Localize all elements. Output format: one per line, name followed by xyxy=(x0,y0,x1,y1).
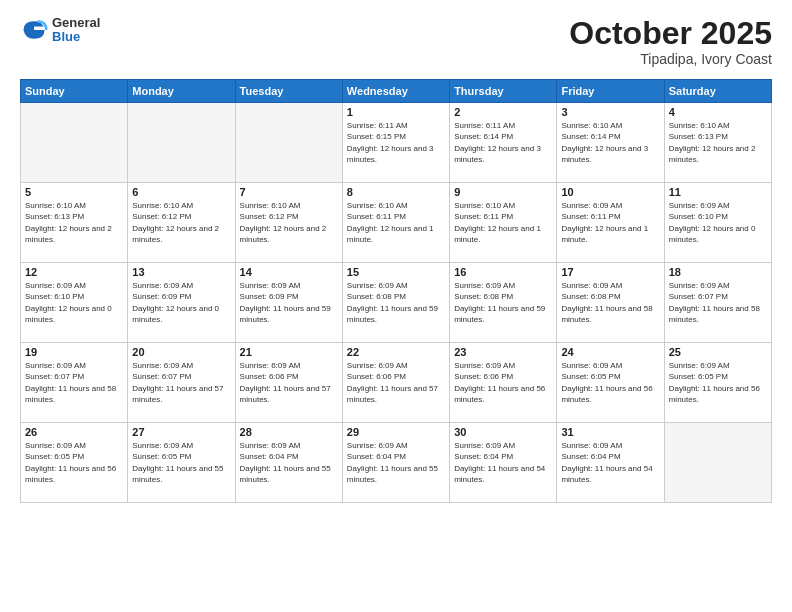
day-number: 26 xyxy=(25,426,123,438)
day-info: Sunrise: 6:09 AMSunset: 6:04 PMDaylight:… xyxy=(347,440,445,485)
calendar-cell-26: 26Sunrise: 6:09 AMSunset: 6:05 PMDayligh… xyxy=(21,423,128,503)
day-number: 28 xyxy=(240,426,338,438)
day-number: 17 xyxy=(561,266,659,278)
logo-text: General Blue xyxy=(52,16,100,45)
calendar-cell-22: 22Sunrise: 6:09 AMSunset: 6:06 PMDayligh… xyxy=(342,343,449,423)
day-number: 6 xyxy=(132,186,230,198)
calendar-cell-31: 31Sunrise: 6:09 AMSunset: 6:04 PMDayligh… xyxy=(557,423,664,503)
logo-general-text: General xyxy=(52,16,100,30)
day-number: 15 xyxy=(347,266,445,278)
calendar-cell-10: 10Sunrise: 6:09 AMSunset: 6:11 PMDayligh… xyxy=(557,183,664,263)
calendar-cell-29: 29Sunrise: 6:09 AMSunset: 6:04 PMDayligh… xyxy=(342,423,449,503)
weekday-header-tuesday: Tuesday xyxy=(235,80,342,103)
weekday-header-saturday: Saturday xyxy=(664,80,771,103)
day-info: Sunrise: 6:10 AMSunset: 6:13 PMDaylight:… xyxy=(25,200,123,245)
calendar-cell-16: 16Sunrise: 6:09 AMSunset: 6:08 PMDayligh… xyxy=(450,263,557,343)
day-number: 24 xyxy=(561,346,659,358)
calendar-cell-27: 27Sunrise: 6:09 AMSunset: 6:05 PMDayligh… xyxy=(128,423,235,503)
day-info: Sunrise: 6:09 AMSunset: 6:06 PMDaylight:… xyxy=(454,360,552,405)
day-info: Sunrise: 6:09 AMSunset: 6:10 PMDaylight:… xyxy=(669,200,767,245)
day-info: Sunrise: 6:09 AMSunset: 6:07 PMDaylight:… xyxy=(25,360,123,405)
month-title: October 2025 xyxy=(569,16,772,51)
day-info: Sunrise: 6:10 AMSunset: 6:12 PMDaylight:… xyxy=(240,200,338,245)
calendar-cell-13: 13Sunrise: 6:09 AMSunset: 6:09 PMDayligh… xyxy=(128,263,235,343)
calendar-cell-15: 15Sunrise: 6:09 AMSunset: 6:08 PMDayligh… xyxy=(342,263,449,343)
day-number: 29 xyxy=(347,426,445,438)
calendar-cell-11: 11Sunrise: 6:09 AMSunset: 6:10 PMDayligh… xyxy=(664,183,771,263)
calendar-cell-9: 9Sunrise: 6:10 AMSunset: 6:11 PMDaylight… xyxy=(450,183,557,263)
day-number: 27 xyxy=(132,426,230,438)
day-number: 20 xyxy=(132,346,230,358)
calendar-cell-7: 7Sunrise: 6:10 AMSunset: 6:12 PMDaylight… xyxy=(235,183,342,263)
day-info: Sunrise: 6:09 AMSunset: 6:05 PMDaylight:… xyxy=(25,440,123,485)
calendar-cell-5: 5Sunrise: 6:10 AMSunset: 6:13 PMDaylight… xyxy=(21,183,128,263)
day-info: Sunrise: 6:09 AMSunset: 6:09 PMDaylight:… xyxy=(132,280,230,325)
page: General Blue October 2025 Tipadipa, Ivor… xyxy=(0,0,792,612)
weekday-header-friday: Friday xyxy=(557,80,664,103)
weekday-header-thursday: Thursday xyxy=(450,80,557,103)
calendar-cell-17: 17Sunrise: 6:09 AMSunset: 6:08 PMDayligh… xyxy=(557,263,664,343)
day-info: Sunrise: 6:09 AMSunset: 6:09 PMDaylight:… xyxy=(240,280,338,325)
logo-blue-text: Blue xyxy=(52,30,100,44)
day-info: Sunrise: 6:10 AMSunset: 6:14 PMDaylight:… xyxy=(561,120,659,165)
day-info: Sunrise: 6:09 AMSunset: 6:06 PMDaylight:… xyxy=(240,360,338,405)
calendar-cell-30: 30Sunrise: 6:09 AMSunset: 6:04 PMDayligh… xyxy=(450,423,557,503)
day-info: Sunrise: 6:09 AMSunset: 6:06 PMDaylight:… xyxy=(347,360,445,405)
day-number: 9 xyxy=(454,186,552,198)
day-info: Sunrise: 6:09 AMSunset: 6:10 PMDaylight:… xyxy=(25,280,123,325)
calendar-cell-6: 6Sunrise: 6:10 AMSunset: 6:12 PMDaylight… xyxy=(128,183,235,263)
calendar-cell-14: 14Sunrise: 6:09 AMSunset: 6:09 PMDayligh… xyxy=(235,263,342,343)
day-number: 16 xyxy=(454,266,552,278)
calendar-cell-23: 23Sunrise: 6:09 AMSunset: 6:06 PMDayligh… xyxy=(450,343,557,423)
day-number: 3 xyxy=(561,106,659,118)
calendar-cell-21: 21Sunrise: 6:09 AMSunset: 6:06 PMDayligh… xyxy=(235,343,342,423)
day-info: Sunrise: 6:09 AMSunset: 6:05 PMDaylight:… xyxy=(561,360,659,405)
day-info: Sunrise: 6:11 AMSunset: 6:15 PMDaylight:… xyxy=(347,120,445,165)
day-number: 14 xyxy=(240,266,338,278)
day-info: Sunrise: 6:10 AMSunset: 6:13 PMDaylight:… xyxy=(669,120,767,165)
weekday-header-monday: Monday xyxy=(128,80,235,103)
day-info: Sunrise: 6:09 AMSunset: 6:08 PMDaylight:… xyxy=(347,280,445,325)
calendar-cell-24: 24Sunrise: 6:09 AMSunset: 6:05 PMDayligh… xyxy=(557,343,664,423)
title-block: October 2025 Tipadipa, Ivory Coast xyxy=(569,16,772,67)
day-number: 21 xyxy=(240,346,338,358)
calendar-cell-empty xyxy=(235,103,342,183)
day-info: Sunrise: 6:09 AMSunset: 6:08 PMDaylight:… xyxy=(561,280,659,325)
day-number: 23 xyxy=(454,346,552,358)
calendar-cell-3: 3Sunrise: 6:10 AMSunset: 6:14 PMDaylight… xyxy=(557,103,664,183)
calendar-week-3: 12Sunrise: 6:09 AMSunset: 6:10 PMDayligh… xyxy=(21,263,772,343)
day-number: 4 xyxy=(669,106,767,118)
day-number: 11 xyxy=(669,186,767,198)
calendar-cell-empty xyxy=(664,423,771,503)
logo-icon xyxy=(20,16,48,44)
day-number: 18 xyxy=(669,266,767,278)
day-number: 25 xyxy=(669,346,767,358)
calendar-header-row: SundayMondayTuesdayWednesdayThursdayFrid… xyxy=(21,80,772,103)
day-info: Sunrise: 6:10 AMSunset: 6:11 PMDaylight:… xyxy=(454,200,552,245)
calendar-cell-empty xyxy=(21,103,128,183)
day-number: 2 xyxy=(454,106,552,118)
calendar-week-5: 26Sunrise: 6:09 AMSunset: 6:05 PMDayligh… xyxy=(21,423,772,503)
location: Tipadipa, Ivory Coast xyxy=(569,51,772,67)
day-info: Sunrise: 6:09 AMSunset: 6:07 PMDaylight:… xyxy=(132,360,230,405)
day-number: 5 xyxy=(25,186,123,198)
calendar-cell-4: 4Sunrise: 6:10 AMSunset: 6:13 PMDaylight… xyxy=(664,103,771,183)
day-info: Sunrise: 6:09 AMSunset: 6:04 PMDaylight:… xyxy=(240,440,338,485)
day-info: Sunrise: 6:09 AMSunset: 6:07 PMDaylight:… xyxy=(669,280,767,325)
day-info: Sunrise: 6:10 AMSunset: 6:11 PMDaylight:… xyxy=(347,200,445,245)
day-number: 10 xyxy=(561,186,659,198)
day-number: 19 xyxy=(25,346,123,358)
calendar-table: SundayMondayTuesdayWednesdayThursdayFrid… xyxy=(20,79,772,503)
calendar-cell-18: 18Sunrise: 6:09 AMSunset: 6:07 PMDayligh… xyxy=(664,263,771,343)
calendar-week-1: 1Sunrise: 6:11 AMSunset: 6:15 PMDaylight… xyxy=(21,103,772,183)
calendar-cell-20: 20Sunrise: 6:09 AMSunset: 6:07 PMDayligh… xyxy=(128,343,235,423)
day-number: 31 xyxy=(561,426,659,438)
calendar-cell-12: 12Sunrise: 6:09 AMSunset: 6:10 PMDayligh… xyxy=(21,263,128,343)
calendar-cell-19: 19Sunrise: 6:09 AMSunset: 6:07 PMDayligh… xyxy=(21,343,128,423)
calendar-cell-25: 25Sunrise: 6:09 AMSunset: 6:05 PMDayligh… xyxy=(664,343,771,423)
day-number: 22 xyxy=(347,346,445,358)
calendar-cell-2: 2Sunrise: 6:11 AMSunset: 6:14 PMDaylight… xyxy=(450,103,557,183)
day-info: Sunrise: 6:09 AMSunset: 6:05 PMDaylight:… xyxy=(669,360,767,405)
day-info: Sunrise: 6:09 AMSunset: 6:04 PMDaylight:… xyxy=(561,440,659,485)
logo: General Blue xyxy=(20,16,100,45)
